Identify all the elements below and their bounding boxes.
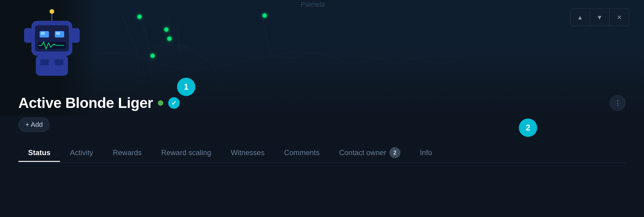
navigation-controls: ▲ ▼ ✕: [570, 9, 629, 26]
map-dot: [150, 54, 155, 58]
tab-navigation: 2 Status Activity Rewards Reward scaling…: [18, 143, 626, 163]
map-dot: [167, 37, 172, 41]
svg-rect-8: [56, 32, 60, 35]
tab-info[interactable]: Info: [410, 144, 442, 161]
robot-avatar: [18, 9, 85, 79]
status-indicator: [158, 100, 163, 106]
tab-reward-scaling[interactable]: Reward scaling: [151, 144, 221, 161]
verified-badge: ✔: [168, 97, 180, 109]
tooltip-bubble-1: 1: [177, 78, 195, 96]
tab-activity[interactable]: Activity: [60, 144, 103, 161]
add-button[interactable]: + Add: [18, 117, 50, 132]
tab-status[interactable]: Status: [18, 144, 60, 161]
svg-rect-10: [24, 28, 32, 43]
entity-name: Active Blonde Liger: [18, 94, 153, 111]
tab-witnesses[interactable]: Witnesses: [221, 144, 274, 161]
tab-comments[interactable]: Comments: [274, 144, 329, 161]
more-options-button[interactable]: ⋮: [610, 95, 626, 111]
title-row: Active Blonde Liger ✔ 1 ⋮: [18, 94, 626, 111]
svg-text:Palmela: Palmela: [301, 1, 325, 8]
nav-up-button[interactable]: ▲: [570, 9, 590, 26]
svg-rect-14: [55, 59, 64, 65]
svg-rect-12: [36, 55, 68, 76]
tab-contact-owner[interactable]: Contact owner 2: [329, 143, 410, 162]
svg-point-2: [49, 9, 54, 14]
nav-down-button[interactable]: ▼: [590, 9, 610, 26]
map-dot: [262, 13, 267, 18]
tooltip-bubble-2: 2: [519, 119, 537, 137]
svg-rect-11: [71, 28, 80, 43]
svg-rect-7: [41, 32, 45, 35]
content-area: Active Blonde Liger ✔ 1 ⋮ + Add 2 Status…: [0, 94, 644, 163]
nav-close-button[interactable]: ✕: [610, 9, 629, 26]
svg-rect-13: [40, 59, 49, 65]
map-dot: [164, 27, 168, 32]
map-dot: [137, 15, 142, 19]
tab-rewards[interactable]: Rewards: [103, 144, 151, 161]
contact-owner-badge: 2: [389, 147, 400, 158]
